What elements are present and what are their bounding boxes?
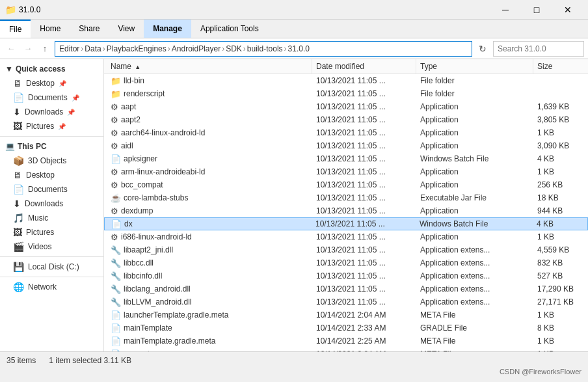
sidebar-item-pictures-qa[interactable]: 🖼 Pictures 📌	[0, 119, 103, 133]
table-row[interactable]: ⚙ i686-linux-android-ld 10/13/2021 11:05…	[104, 230, 588, 243]
file-list-scroll: 📁 lld-bin 10/13/2021 11:05 ... File fold…	[104, 74, 588, 351]
quick-access-header[interactable]: ▼ Quick access	[0, 62, 103, 76]
forward-button[interactable]: →	[21, 42, 35, 56]
table-row[interactable]: 📁 renderscript 10/13/2021 11:05 ... File…	[104, 87, 588, 100]
file-type-cell: Application	[416, 232, 533, 241]
sidebar-item-pictures-pc[interactable]: 🖼 Pictures	[0, 225, 103, 239]
tab-share[interactable]: Share	[70, 20, 109, 38]
table-row[interactable]: 🔧 libaapt2_jni.dll 10/13/2021 11:05 ... …	[104, 243, 588, 256]
table-row[interactable]: 📄 mainTemplate 10/14/2021 2:33 AM GRADLE…	[104, 321, 588, 334]
sidebar-item-documents-pc[interactable]: 📄 Documents	[0, 182, 103, 197]
file-name: aapt2	[121, 115, 140, 124]
tab-file[interactable]: File	[0, 20, 31, 38]
file-icon: 📁	[111, 76, 121, 86]
file-name: mainTemplate.gradle.meta	[124, 336, 215, 346]
table-row[interactable]: 📄 apksigner 10/13/2021 11:05 ... Windows…	[104, 152, 588, 165]
pictures-pc-icon: 🖼	[13, 227, 22, 238]
sidebar-label-desktop-qa: Desktop	[26, 79, 55, 88]
sidebar-label-videos: Videos	[28, 242, 51, 251]
file-name-cell: ⚙ bcc_compat	[107, 180, 312, 190]
file-icon: ⚙	[111, 167, 118, 177]
address-path[interactable]: Editor › Data › PlaybackEngines › Androi…	[55, 41, 472, 57]
sidebar-item-music[interactable]: 🎵 Music	[0, 211, 103, 225]
file-type-cell: Application extens...	[416, 258, 533, 267]
header-type[interactable]: Type	[416, 59, 533, 74]
file-size-cell: 3,805 KB	[533, 115, 585, 124]
file-name: libbcinfo.dll	[124, 271, 162, 280]
table-row[interactable]: ⚙ aapt 10/13/2021 11:05 ... Application …	[104, 100, 588, 113]
file-type-cell: Application	[416, 141, 533, 150]
downloads-icon: ⬇	[13, 107, 21, 117]
file-date-cell: 10/13/2021 11:05 ...	[312, 284, 416, 293]
table-row[interactable]: ⚙ aapt2 10/13/2021 11:05 ... Application…	[104, 113, 588, 126]
table-row[interactable]: ⚙ bcc_compat 10/13/2021 11:05 ... Applic…	[104, 178, 588, 191]
this-pc-header[interactable]: 💻 This PC	[0, 139, 103, 154]
tab-view[interactable]: View	[109, 20, 144, 38]
file-type-cell: Application	[416, 102, 533, 111]
refresh-button[interactable]: ↻	[475, 41, 490, 57]
file-name-cell: ⚙ arm-linux-androideabi-ld	[107, 167, 312, 177]
tab-home[interactable]: Home	[31, 20, 70, 38]
back-button[interactable]: ←	[4, 42, 18, 56]
pin-icon-3: 📌	[67, 109, 75, 116]
sidebar-item-desktop-pc[interactable]: 🖥 Desktop	[0, 168, 103, 182]
maximize-button[interactable]: □	[522, 0, 552, 20]
sidebar-item-documents-qa[interactable]: 📄 Documents 📌	[0, 90, 103, 105]
videos-icon: 🎬	[13, 241, 24, 252]
file-name: libaapt2_jni.dll	[124, 245, 173, 254]
sidebar-item-downloads-pc[interactable]: ⬇ Downloads	[0, 197, 103, 211]
sidebar-divider-3	[0, 277, 103, 277]
sidebar-item-desktop-qa[interactable]: 🖥 Desktop 📌	[0, 76, 103, 90]
file-icon: 🔧	[111, 284, 121, 294]
table-row[interactable]: 📄 launcherTemplate.gradle.meta 10/14/202…	[104, 308, 588, 321]
table-row[interactable]: ☕ core-lambda-stubs 10/13/2021 11:05 ...…	[104, 191, 588, 204]
file-name-cell: ⚙ aapt	[107, 102, 312, 112]
file-date-cell: 10/14/2021 2:04 AM	[312, 310, 416, 320]
sidebar-item-downloads-qa[interactable]: ⬇ Downloads 📌	[0, 105, 103, 119]
sidebar-label-desktop-pc: Desktop	[26, 171, 55, 180]
table-row[interactable]: ⚙ aarch64-linux-android-ld 10/13/2021 11…	[104, 126, 588, 139]
minimize-button[interactable]: ─	[490, 0, 520, 20]
close-button[interactable]: ✕	[553, 0, 583, 20]
tab-manage[interactable]: Manage	[144, 20, 191, 38]
folder-icon: 📁	[5, 5, 16, 15]
file-name-cell: 📁 renderscript	[107, 89, 312, 99]
title-bar-left: 📁 31.0.0	[5, 5, 40, 15]
table-row[interactable]: 🔧 libLLVM_android.dll 10/13/2021 11:05 .…	[104, 295, 588, 308]
up-button[interactable]: ↑	[38, 42, 52, 56]
table-row[interactable]: 📄 mainTemplate.gradle.meta 10/14/2021 2:…	[104, 334, 588, 348]
table-row[interactable]: ⚙ dexdump 10/13/2021 11:05 ... Applicati…	[104, 204, 588, 217]
file-date-cell: 10/13/2021 11:05 ...	[312, 297, 416, 307]
file-name: dx	[124, 219, 133, 228]
sidebar-item-videos[interactable]: 🎬 Videos	[0, 239, 103, 254]
header-name[interactable]: Name ▲	[107, 59, 312, 74]
file-icon: 🔧	[111, 245, 121, 255]
table-row[interactable]: ⚙ arm-linux-androideabi-ld 10/13/2021 11…	[104, 165, 588, 178]
sidebar-item-3dobjects[interactable]: 📦 3D Objects	[0, 154, 103, 168]
file-size-cell: 17,290 KB	[533, 284, 585, 293]
table-row[interactable]: 🔧 libbcinfo.dll 10/13/2021 11:05 ... App…	[104, 269, 588, 282]
sidebar-item-local-disk[interactable]: 💾 Local Disk (C:)	[0, 260, 103, 274]
header-date[interactable]: Date modified	[312, 59, 416, 74]
search-input[interactable]	[493, 41, 584, 57]
file-type-cell: META File	[416, 310, 533, 320]
network-icon: 🌐	[13, 282, 24, 292]
table-row[interactable]: ⚙ aidl 10/13/2021 11:05 ... Application …	[104, 139, 588, 152]
table-row[interactable]: 📄 res.meta 10/14/2021 2:04 AM META File …	[104, 348, 588, 351]
file-name-cell: ⚙ i686-linux-android-ld	[107, 232, 312, 242]
file-name: i686-linux-android-ld	[121, 232, 192, 241]
file-size-cell: 832 KB	[533, 258, 585, 267]
tab-application-tools[interactable]: Application Tools	[191, 20, 268, 38]
sidebar-item-network[interactable]: 🌐 Network	[0, 280, 103, 294]
file-type-cell: Application	[416, 180, 533, 189]
table-row[interactable]: 📄 dx 10/13/2021 11:05 ... Windows Batch …	[104, 217, 588, 230]
table-row[interactable]: 🔧 libclang_android.dll 10/13/2021 11:05 …	[104, 282, 588, 295]
title-bar: 📁 31.0.0 ─ □ ✕	[0, 0, 588, 20]
sidebar-label-downloads-qa: Downloads	[25, 107, 63, 116]
header-size[interactable]: Size	[533, 59, 585, 74]
title-bar-controls: ─ □ ✕	[490, 0, 583, 20]
file-type-cell: File folder	[416, 89, 533, 98]
table-row[interactable]: 🔧 libbcc.dll 10/13/2021 11:05 ... Applic…	[104, 256, 588, 269]
window-title: 31.0.0	[19, 5, 40, 14]
table-row[interactable]: 📁 lld-bin 10/13/2021 11:05 ... File fold…	[104, 74, 588, 87]
